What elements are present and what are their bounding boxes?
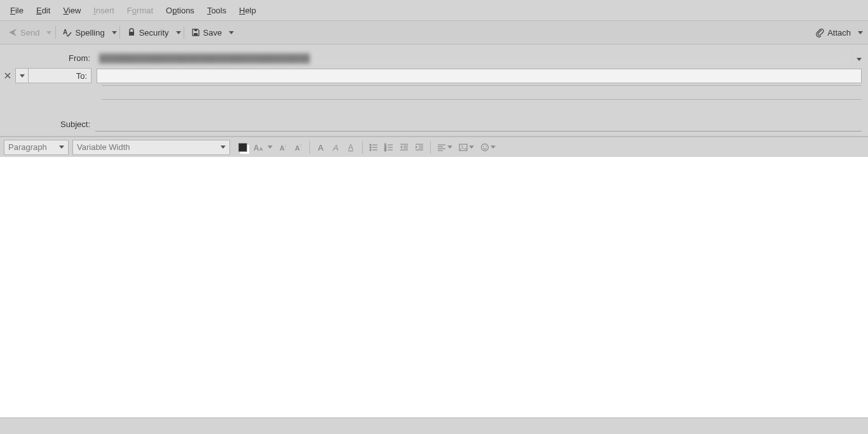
font-larger-button[interactable]: A↑ [291,141,306,154]
svg-point-38 [461,146,463,147]
svg-text:↑: ↑ [300,143,302,147]
svg-point-15 [370,147,371,148]
svg-text:A: A [332,143,339,153]
svg-text:3: 3 [384,148,386,152]
spelling-dropdown[interactable] [109,29,118,37]
attach-dropdown[interactable] [855,29,864,37]
spelling-button[interactable]: A Spelling [59,25,108,40]
save-button[interactable]: Save [187,25,226,40]
send-icon [8,28,17,37]
svg-point-40 [483,146,484,147]
attach-button[interactable]: Attach [811,25,855,40]
remove-recipient-button[interactable] [0,71,15,81]
menu-edit[interactable]: Edit [30,2,57,19]
to-input[interactable] [97,69,862,83]
outdent-button[interactable] [397,141,412,154]
main-toolbar: Send A Spelling Security Save Attach [0,20,868,44]
svg-rect-3 [194,29,197,31]
security-label: Security [139,28,169,37]
from-label: From: [0,53,95,63]
numbered-list-button[interactable]: 123 [381,141,397,154]
svg-point-41 [485,146,487,147]
from-dropdown[interactable] [850,53,868,63]
italic-button[interactable]: A [329,141,344,154]
menu-insert[interactable]: Insert [87,2,121,19]
paragraph-style-label: Paragraph [8,142,47,152]
paperclip-icon [815,27,824,37]
from-row: From: ██████████████████████████████████… [0,50,868,66]
menu-help[interactable]: Help [233,2,262,19]
recipient-slot[interactable] [102,85,862,99]
subject-input[interactable] [95,116,862,132]
svg-rect-1 [129,32,134,36]
svg-text:A: A [254,144,259,153]
menu-view[interactable]: View [57,2,87,19]
bold-button[interactable]: A [313,141,329,154]
chevron-down-icon [268,146,273,149]
subject-row: Subject: [0,116,868,132]
chevron-down-icon [447,146,452,149]
bullet-list-button[interactable] [366,141,381,154]
svg-point-17 [370,149,371,151]
underline-button[interactable]: A [344,141,359,154]
chevron-down-icon [220,146,226,149]
from-value[interactable]: ████████████████████████████████████ [95,51,850,65]
indent-button[interactable] [412,141,427,154]
attach-label: Attach [827,28,851,37]
text-color-button[interactable] [234,141,250,154]
svg-text:A: A [318,143,324,153]
save-icon [191,28,200,37]
chevron-down-icon [469,146,474,149]
chevron-down-icon [59,146,64,149]
status-bar [0,417,868,434]
svg-text:A: A [63,29,67,36]
to-row: To: [0,67,868,84]
insert-image-button[interactable] [456,141,477,154]
chevron-down-icon [491,146,496,149]
menu-tools[interactable]: Tools [201,2,233,19]
emoji-button[interactable] [477,141,499,154]
svg-text:A: A [280,144,285,152]
send-dropdown[interactable] [44,29,53,37]
spelling-label: Spelling [75,28,104,37]
font-family-combo[interactable]: Variable Width [72,140,230,155]
format-toolbar: Paragraph Variable Width AA A↓ A↑ A A A … [0,137,868,157]
save-label: Save [203,28,222,37]
security-button[interactable]: Security [123,25,173,40]
svg-text:A: A [348,143,353,152]
lock-icon [127,28,136,37]
align-button[interactable] [434,141,456,154]
recipient-slot[interactable] [102,99,862,113]
menu-bar: File Edit View Insert Format Options Too… [0,0,868,20]
menu-file[interactable]: File [4,2,30,19]
svg-point-39 [482,144,489,151]
svg-text:A: A [259,146,263,152]
message-body[interactable] [0,157,868,417]
recipient-type-label: To: [29,71,91,81]
spellcheck-icon: A [63,28,72,37]
svg-rect-2 [194,33,198,36]
send-button[interactable]: Send [4,25,43,40]
font-family-label: Variable Width [77,142,130,152]
svg-text:↓: ↓ [285,143,287,147]
color-swatch-icon [238,143,247,152]
security-dropdown[interactable] [173,29,182,37]
font-smaller-button[interactable]: A↓ [276,141,291,154]
menu-format[interactable]: Format [121,2,159,19]
send-label: Send [20,28,39,37]
font-size-button[interactable]: AA [250,141,276,154]
svg-text:A: A [295,144,300,152]
recipient-type-caret [16,69,29,83]
message-header: From: ██████████████████████████████████… [0,44,868,137]
menu-options[interactable]: Options [159,2,201,19]
svg-point-13 [370,144,371,146]
save-dropdown[interactable] [226,29,235,37]
recipient-type-selector[interactable]: To: [15,68,92,83]
subject-label: Subject: [0,119,95,129]
paragraph-style-combo[interactable]: Paragraph [4,140,69,155]
